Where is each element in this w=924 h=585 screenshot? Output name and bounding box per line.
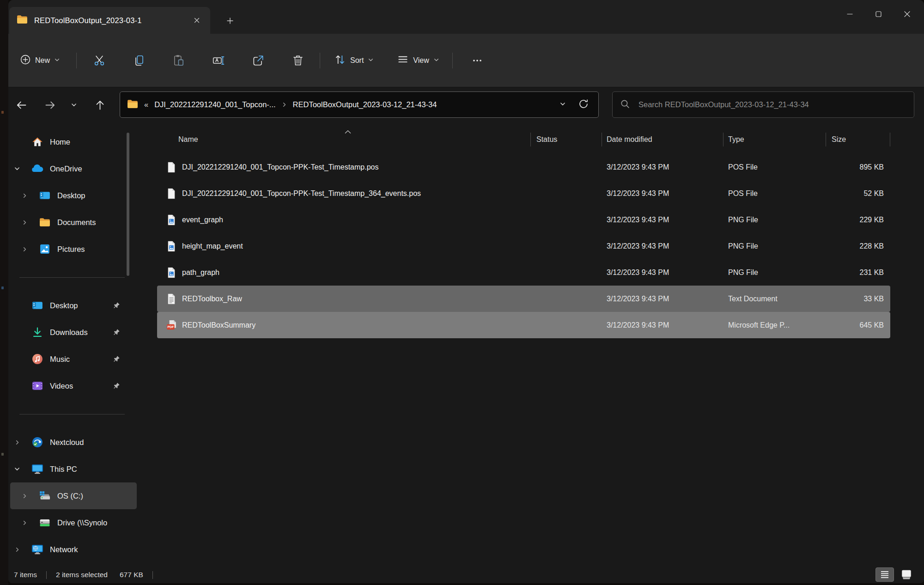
file-date-modified: 3/12/2023 9:43 PM xyxy=(602,189,723,198)
chevron-right-icon[interactable] xyxy=(20,246,29,252)
chevron-down-icon[interactable] xyxy=(13,165,21,172)
sidebar-item-label: Pictures xyxy=(57,245,137,254)
address-band: « DJI_202212291240_001_Topcon-... REDToo… xyxy=(8,87,924,128)
up-button[interactable] xyxy=(91,96,109,114)
maximize-button[interactable] xyxy=(864,3,893,25)
file-size: 52 KB xyxy=(826,189,890,198)
file-name-cell: DJI_202212291240_001_Topcon-PPK-Test_Tim… xyxy=(157,188,531,199)
chevron-right-icon[interactable] xyxy=(20,520,29,526)
sidebar-item-network[interactable]: Network xyxy=(10,536,137,563)
file-name-cell: event_graph xyxy=(157,214,531,225)
search-input[interactable] xyxy=(638,100,896,110)
sidebar-item-music[interactable]: Music xyxy=(10,346,137,372)
sidebar-item-documents[interactable]: Documents xyxy=(10,209,137,236)
sidebar-scrollbar[interactable] xyxy=(127,133,129,276)
chevron-right-icon xyxy=(281,102,287,108)
close-button[interactable] xyxy=(893,3,921,25)
file-type: PNG File xyxy=(723,216,826,224)
file-row-dji-202212291240-001-topcon-ppk-test-timestamp-364-events-pos[interactable]: DJI_202212291240_001_Topcon-PPK-Test_Tim… xyxy=(157,180,890,207)
new-button[interactable]: New xyxy=(14,50,66,71)
sort-icon xyxy=(334,54,346,67)
explorer-tab[interactable]: REDToolBoxOutput_2023-03-1 xyxy=(9,7,210,34)
chevron-right-icon[interactable] xyxy=(20,219,29,225)
recent-locations-button[interactable] xyxy=(65,96,83,114)
text-file-icon xyxy=(166,293,176,305)
file-row-height-map-event[interactable]: height_map_event3/12/2023 9:43 PMPNG Fil… xyxy=(157,233,890,259)
sidebar-item-os-c[interactable]: OS (C:) xyxy=(10,482,137,509)
sidebar-item-label: Music xyxy=(50,355,113,364)
sidebar-item-videos[interactable]: Videos xyxy=(10,372,137,399)
png-file-icon xyxy=(166,214,176,225)
chevron-right-icon[interactable] xyxy=(20,193,29,199)
file-name: REDToolbox_Raw xyxy=(182,295,242,303)
file-name: event_graph xyxy=(182,216,223,224)
sidebar-item-pictures[interactable]: Pictures xyxy=(10,236,137,262)
desktop-monitor-icon xyxy=(39,191,51,200)
breadcrumb-segment[interactable]: REDToolBoxOutput_2023-03-12_21-43-34 xyxy=(293,100,437,109)
sidebar-divider xyxy=(8,262,139,292)
file-name: REDToolBoxSummary xyxy=(182,321,255,329)
column-header-size[interactable]: Size xyxy=(826,133,890,146)
command-bar: New Sort View xyxy=(8,34,924,87)
file-size: 229 KB xyxy=(826,216,890,224)
copy-button[interactable] xyxy=(125,50,153,71)
file-name-cell: DJI_202212291240_001_Topcon-PPK-Test_Tim… xyxy=(157,162,531,173)
chevron-right-icon[interactable] xyxy=(13,547,21,553)
minimize-button[interactable] xyxy=(835,3,864,25)
sidebar-item-nextcloud[interactable]: Nextcloud xyxy=(10,429,137,456)
sidebar-item-label: Videos xyxy=(50,382,113,390)
file-row-redtoolboxsummary[interactable]: PDFREDToolBoxSummary3/12/2023 9:43 PMMic… xyxy=(157,312,890,338)
column-header-type[interactable]: Type xyxy=(723,133,826,146)
desktop-edge-strip xyxy=(0,0,8,585)
refresh-icon[interactable] xyxy=(578,98,589,111)
sidebar-item-downloads[interactable]: Downloads xyxy=(10,319,137,346)
file-date-modified: 3/12/2023 9:43 PM xyxy=(602,216,723,224)
file-size: 645 KB xyxy=(826,321,890,329)
videos-icon xyxy=(31,380,43,391)
file-row-path-graph[interactable]: path_graph3/12/2023 9:43 PMPNG File231 K… xyxy=(157,259,890,286)
pin-icon xyxy=(113,302,120,309)
file-row-event-graph[interactable]: event_graph3/12/2023 9:43 PMPNG File229 … xyxy=(157,207,890,233)
back-button[interactable] xyxy=(12,96,30,114)
sidebar-item-drive-synolo[interactable]: Drive (\\Synolo xyxy=(10,509,137,536)
sidebar-item-label: Nextcloud xyxy=(50,438,137,447)
chevron-down-icon[interactable] xyxy=(13,466,21,472)
sidebar-item-label: This PC xyxy=(50,465,137,474)
view-button[interactable]: View xyxy=(391,50,444,71)
file-name-cell: PDFREDToolBoxSummary xyxy=(157,320,531,331)
details-view-button[interactable] xyxy=(875,567,894,582)
file-row-dji-202212291240-001-topcon-ppk-test-timestamp-pos[interactable]: DJI_202212291240_001_Topcon-PPK-Test_Tim… xyxy=(157,154,890,180)
cut-button[interactable] xyxy=(85,50,114,71)
desktop-speck xyxy=(1,111,4,114)
sidebar-item-home[interactable]: Home xyxy=(10,128,137,155)
forward-button[interactable] xyxy=(41,96,59,114)
breadcrumb-segment[interactable]: DJI_202212291240_001_Topcon-... xyxy=(154,100,275,109)
sidebar-item-desktop[interactable]: Desktop xyxy=(10,292,137,319)
delete-button[interactable] xyxy=(284,50,312,71)
column-header-date-modified[interactable]: Date modified xyxy=(602,133,723,146)
address-dropdown-icon[interactable] xyxy=(559,101,566,109)
pin-icon xyxy=(113,329,120,336)
statusbar-separator xyxy=(46,571,47,579)
sidebar-item-onedrive[interactable]: OneDrive xyxy=(10,155,137,182)
file-type: Microsoft Edge P... xyxy=(723,321,826,329)
sidebar-item-desktop[interactable]: Desktop xyxy=(10,182,137,209)
chevron-right-icon[interactable] xyxy=(20,493,29,499)
new-tab-button[interactable] xyxy=(223,14,237,28)
file-row-redtoolbox-raw[interactable]: REDToolbox_Raw3/12/2023 9:43 PMText Docu… xyxy=(157,286,890,312)
sidebar-item-this-pc[interactable]: This PC xyxy=(10,456,137,482)
more-options-button[interactable] xyxy=(463,50,492,71)
chevron-right-icon[interactable] xyxy=(13,439,21,445)
column-header-status[interactable]: Status xyxy=(531,133,602,146)
view-button-label: View xyxy=(413,56,429,65)
tab-close-icon[interactable] xyxy=(191,14,203,26)
search-box[interactable] xyxy=(612,91,914,118)
breadcrumb-overflow[interactable]: « xyxy=(144,100,148,109)
address-bar[interactable]: « DJI_202212291240_001_Topcon-... REDToo… xyxy=(120,91,599,118)
paste-button[interactable] xyxy=(164,50,193,71)
large-icons-view-button[interactable] xyxy=(897,567,916,582)
rename-button[interactable] xyxy=(204,50,233,71)
sort-button[interactable]: Sort xyxy=(328,50,379,71)
toolbar-separator xyxy=(76,53,77,68)
share-button[interactable] xyxy=(244,50,273,71)
